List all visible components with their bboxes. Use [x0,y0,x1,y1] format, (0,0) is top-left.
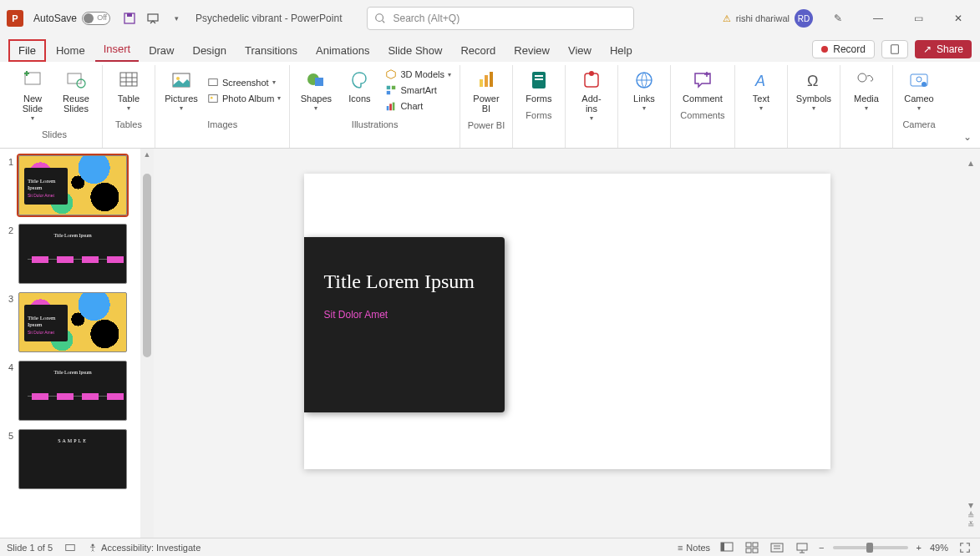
reuse-slides-button[interactable]: Reuse Slides [55,65,97,126]
ribbon-collapse-icon[interactable]: ⌄ [963,131,972,143]
zoom-out-button[interactable]: − [819,543,824,553]
chart-button[interactable]: Chart [382,99,454,114]
record-button[interactable]: Record [812,40,875,58]
table-button[interactable]: Table▾ [108,65,150,116]
present-icon[interactable] [145,11,160,26]
slide-subtitle[interactable]: Sit Dolor Amet [324,309,485,321]
accessibility-status[interactable]: Accessibility: Investigate [88,543,201,553]
thumbnail-slide-5[interactable]: SAMPLE [18,429,127,489]
save-icon[interactable] [122,11,137,26]
zoom-level[interactable]: 49% [930,543,948,553]
svg-rect-18 [387,91,390,94]
maximize-button[interactable]: ▭ [903,7,933,30]
smartart-button[interactable]: SmartArt [382,83,454,98]
pen-icon[interactable]: ✎ [823,7,853,30]
search-placeholder: Search (Alt+Q) [393,13,460,24]
tab-file[interactable]: File [8,39,46,62]
search-icon [374,13,386,24]
tab-home[interactable]: Home [48,39,94,62]
svg-point-29 [589,71,594,76]
comment-button[interactable]: Comment [676,65,729,107]
tab-design[interactable]: Design [185,39,235,62]
avatar: RD [795,9,813,28]
slide-editor[interactable]: Title Lorem Ipsum Sit Dolor Amet ▴ ▾ ≜ ≚ [154,149,980,538]
group-label-powerbi: Power BI [468,117,505,132]
ribbon: New Slide▾ Reuse Slides Slides Table▾ Ta… [0,62,980,149]
tab-record[interactable]: Record [452,39,504,62]
svg-rect-2 [148,14,158,21]
thumbnail-slide-4[interactable]: Title Lorem Ipsum [18,361,127,421]
media-button[interactable]: Media▾ [845,65,887,116]
minimize-button[interactable]: ― [863,7,893,30]
thumbnail-slide-3[interactable]: Title Lorem Ipsum Sit Dolor Amet [18,292,127,352]
tab-review[interactable]: Review [505,39,558,62]
reading-view-icon[interactable] [769,541,785,554]
prev-slide-icon[interactable]: ≜ [967,511,974,520]
next-slide-icon[interactable]: ≚ [967,520,974,529]
icons-button[interactable]: Icons [338,65,380,116]
quick-access-toolbar: ▾ [122,11,184,26]
scroll-down-icon[interactable]: ▾ [968,499,973,511]
warning-icon: ⚠ [723,13,731,24]
present-share-icon[interactable] [881,40,908,58]
forms-button[interactable]: Forms [518,65,560,107]
text-button[interactable]: AText▾ [740,65,782,116]
scroll-up-icon[interactable]: ▴ [968,157,973,169]
pictures-button[interactable]: Pictures▾ [160,65,202,116]
slideshow-view-icon[interactable] [794,541,810,554]
zoom-slider[interactable] [833,546,908,549]
autosave-toggle[interactable]: AutoSave Off [33,12,110,25]
3d-models-button[interactable]: 3D Models▾ [382,67,454,82]
normal-view-icon[interactable] [718,541,735,554]
slide-counter[interactable]: Slide 1 of 5 [7,543,53,553]
photo-album-button[interactable]: Photo Album▾ [204,91,284,106]
tab-help[interactable]: Help [602,39,641,62]
current-slide[interactable]: Title Lorem Ipsum Sit Dolor Amet [304,174,830,469]
search-input[interactable]: Search (Alt+Q) [367,7,634,30]
thumbnail-slide-2[interactable]: Title Lorem Ipsum [18,224,127,284]
fit-window-icon[interactable] [957,541,973,554]
svg-rect-8 [120,73,137,86]
notes-button[interactable]: ≡Notes [678,543,710,553]
qat-more-icon[interactable]: ▾ [169,11,184,26]
svg-rect-15 [315,78,323,86]
thumb-num: 1 [3,155,13,215]
svg-point-36 [922,82,927,87]
title-card[interactable]: Title Lorem Ipsum Sit Dolor Amet [304,237,505,412]
editor-scrollbar[interactable]: ▴ ▾ ≜ ≚ [965,157,977,529]
svg-rect-17 [392,86,395,89]
thumbnail-scrollbar[interactable]: ▲ [140,149,154,538]
svg-rect-40 [721,543,724,551]
close-button[interactable]: ✕ [943,7,973,30]
addins-button[interactable]: Add- ins▾ [571,65,612,126]
svg-rect-21 [393,103,395,111]
svg-text:Ω: Ω [807,73,818,89]
tab-transitions[interactable]: Transitions [236,39,306,62]
tab-slideshow[interactable]: Slide Show [379,39,450,62]
tab-draw[interactable]: Draw [140,39,182,62]
sorter-view-icon[interactable] [744,541,760,554]
symbols-button[interactable]: ΩSymbols▾ [793,65,835,116]
language-icon[interactable] [64,542,76,553]
toggle-switch[interactable]: Off [82,12,110,25]
shapes-button[interactable]: Shapes▾ [295,65,337,116]
screenshot-button[interactable]: Screenshot▾ [204,75,284,90]
slide-title[interactable]: Title Lorem Ipsum [324,269,485,294]
cameo-button[interactable]: Cameo▾ [898,65,940,116]
user-name: rishi dhariwal [736,13,790,23]
share-button[interactable]: ↗Share [915,40,972,58]
new-slide-button[interactable]: New Slide▾ [12,65,53,126]
notes-icon: ≡ [678,543,683,553]
user-account[interactable]: ⚠ rishi dhariwal RD [723,9,813,28]
zoom-in-button[interactable]: + [917,543,922,553]
powerbi-button[interactable]: Power BI [465,65,507,117]
tab-view[interactable]: View [560,39,600,62]
group-links: Links▾ [618,65,671,148]
tab-animations[interactable]: Animations [307,39,378,62]
group-label-tables: Tables [115,116,142,131]
tab-insert[interactable]: Insert [95,38,140,62]
thumbnail-slide-1[interactable]: Title Lorem Ipsum Sit Dolor Amet [18,155,127,215]
links-button[interactable]: Links▾ [623,65,665,116]
document-title: Psychedelic vibrant - PowerPoint [195,13,342,24]
svg-rect-23 [485,75,488,87]
